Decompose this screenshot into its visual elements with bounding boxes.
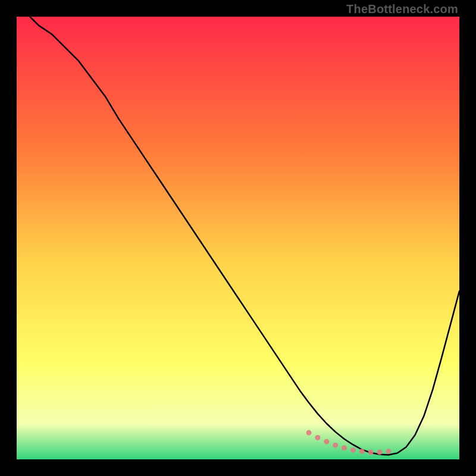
plot-area [17, 17, 459, 459]
sweet-spot-marker [315, 435, 320, 440]
sweet-spot-marker [306, 430, 312, 436]
chart-svg [17, 17, 459, 459]
chart-container: TheBottleneck.com [0, 0, 476, 476]
sweet-spot-marker [350, 447, 356, 453]
sweet-spot-marker [377, 450, 383, 455]
sweet-spot-marker [368, 450, 374, 455]
watermark-text: TheBottleneck.com [346, 2, 458, 16]
gradient-bg [17, 17, 459, 459]
sweet-spot-marker [342, 445, 347, 450]
sweet-spot-marker [386, 449, 391, 454]
sweet-spot-marker [324, 439, 329, 444]
sweet-spot-marker [333, 443, 338, 448]
sweet-spot-marker [359, 449, 365, 454]
